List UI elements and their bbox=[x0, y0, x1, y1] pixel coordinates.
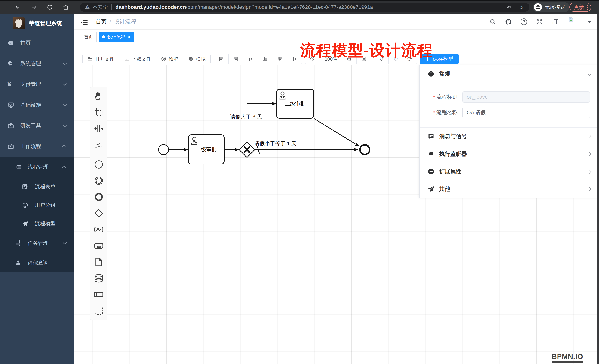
palette-divider bbox=[92, 155, 105, 155]
browser-menu-icon[interactable] bbox=[587, 5, 588, 10]
align-bottom-button[interactable] bbox=[258, 54, 272, 64]
section-execution-listener[interactable]: 执行监听器 bbox=[420, 145, 599, 163]
undo-button[interactable]: ↺ bbox=[375, 54, 389, 64]
browser-reload-icon[interactable] bbox=[47, 4, 53, 10]
update-label[interactable]: 更新 bbox=[574, 4, 584, 11]
info-icon bbox=[428, 71, 434, 77]
section-message-signal[interactable]: 消息与信号 bbox=[420, 128, 599, 145]
plus-circle-icon bbox=[428, 168, 434, 175]
search-icon[interactable] bbox=[489, 18, 496, 25]
zoom-in-icon bbox=[346, 56, 352, 62]
sidebar-item-payment[interactable]: 支付管理 bbox=[0, 74, 74, 95]
browser-forward-icon[interactable] bbox=[31, 4, 37, 10]
create-data-object[interactable] bbox=[90, 254, 107, 270]
process-key-input[interactable] bbox=[462, 92, 590, 102]
incognito-badge: 无痕模式 bbox=[533, 2, 569, 12]
bpmn-canvas[interactable]: 一级审批 二级审批 请假大于 3 天 请假小于等于 1 天 bbox=[74, 44, 599, 364]
create-participant[interactable] bbox=[90, 286, 107, 303]
restart-button[interactable]: ⟳ bbox=[403, 54, 417, 64]
window-scrollbar-edge[interactable] bbox=[597, 14, 599, 364]
global-connect-tool[interactable] bbox=[90, 137, 107, 153]
sidebar-item-process-model[interactable]: 流程模型 bbox=[0, 214, 74, 233]
sidebar-item-task-mgmt[interactable]: 任务管理 bbox=[0, 233, 74, 254]
create-user-task[interactable] bbox=[90, 221, 107, 238]
page: ! 不安全 dashboard.yudao.iocoder.cn/bpm/man… bbox=[0, 0, 599, 364]
monitor-icon bbox=[7, 102, 14, 108]
sidebar-item-infrastructure[interactable]: 基础设施 bbox=[0, 95, 74, 115]
zoom-in-button[interactable] bbox=[342, 54, 356, 64]
avatar-dropdown-caret[interactable] bbox=[587, 20, 592, 23]
avatar[interactable] bbox=[567, 16, 579, 28]
sidebar-item-process-form[interactable]: 流程表单 bbox=[0, 177, 74, 196]
flow-condition-label[interactable]: 请假大于 3 天 bbox=[230, 113, 262, 120]
password-key-icon[interactable] bbox=[506, 4, 512, 11]
zoom-level[interactable]: 100% bbox=[320, 54, 342, 64]
save-model-button[interactable]: 保存模型 bbox=[420, 54, 458, 64]
browser-home-icon[interactable] bbox=[62, 4, 69, 10]
create-group[interactable] bbox=[90, 303, 107, 319]
bookmark-star-icon[interactable]: ☆ bbox=[518, 4, 525, 10]
download-file-button[interactable]: 下载文件 bbox=[119, 54, 156, 64]
start-event[interactable] bbox=[159, 145, 168, 155]
tab-home[interactable]: 首页 bbox=[81, 32, 97, 42]
breadcrumb-home[interactable]: 首页 bbox=[96, 18, 106, 25]
create-start-event[interactable] bbox=[90, 156, 107, 173]
help-icon[interactable] bbox=[520, 18, 528, 25]
create-intermediate-event[interactable] bbox=[90, 173, 107, 189]
url-bar[interactable]: ! 不安全 dashboard.yudao.iocoder.cn/bpm/man… bbox=[80, 3, 529, 12]
simulate-button[interactable]: 模拟 bbox=[183, 54, 210, 64]
sidebar-item-user-group[interactable]: 用户分组 bbox=[0, 196, 74, 214]
fullscreen-icon[interactable] bbox=[536, 18, 543, 25]
exclusive-gateway[interactable] bbox=[239, 142, 255, 157]
preview-button[interactable]: 预览 bbox=[156, 54, 183, 64]
incognito-icon bbox=[534, 3, 542, 11]
github-icon[interactable] bbox=[505, 18, 512, 25]
fit-viewport-button[interactable] bbox=[356, 54, 371, 64]
process-name-row: *流程名称 bbox=[420, 106, 599, 119]
section-other[interactable]: 其他 bbox=[420, 180, 599, 198]
align-right-button[interactable] bbox=[229, 54, 243, 64]
sidebar-item-process-mgmt[interactable]: 流程管理 bbox=[0, 157, 74, 177]
file-button-group: 打开文件 下载文件 预览 模拟 bbox=[82, 54, 211, 64]
space-tool[interactable] bbox=[90, 121, 107, 137]
create-end-event[interactable] bbox=[90, 189, 107, 205]
sidebar-item-devtools[interactable]: 研发工具 bbox=[0, 115, 74, 136]
flow-condition-label[interactable]: 请假小于等于 1 天 bbox=[254, 140, 296, 147]
sidebar-logo-row[interactable]: 芋道管理系统 bbox=[0, 14, 74, 33]
sidebar-item-label: 首页 bbox=[20, 39, 66, 46]
bpmn-io-logo[interactable]: BPMN.iO bbox=[552, 353, 583, 363]
end-event[interactable] bbox=[360, 145, 370, 154]
dashboard-icon bbox=[7, 40, 14, 46]
create-data-store[interactable] bbox=[90, 270, 107, 286]
sidebar-item-home[interactable]: 首页 bbox=[0, 33, 74, 53]
font-size-icon[interactable] bbox=[551, 18, 559, 25]
process-name-input[interactable] bbox=[462, 107, 590, 118]
open-file-button[interactable]: 打开文件 bbox=[82, 54, 119, 64]
sidebar-item-workflow[interactable]: 工作流程 bbox=[0, 136, 74, 157]
browser-back-icon[interactable] bbox=[14, 4, 21, 10]
create-subprocess[interactable] bbox=[90, 238, 107, 254]
sidebar-item-system[interactable]: 系统管理 bbox=[0, 53, 74, 74]
lasso-tool[interactable] bbox=[90, 104, 107, 121]
section-title: 其他 bbox=[439, 185, 588, 193]
user-task-first-approval[interactable]: 一级审批 bbox=[188, 134, 225, 164]
browser-update-button[interactable]: 更新 bbox=[569, 3, 591, 12]
align-left-button[interactable] bbox=[214, 54, 229, 64]
zoom-out-button[interactable] bbox=[305, 54, 320, 64]
align-center-vertical-button[interactable] bbox=[272, 54, 287, 64]
align-top-button[interactable] bbox=[243, 54, 258, 64]
align-center-horizontal-button[interactable] bbox=[287, 54, 301, 64]
create-exclusive-gateway[interactable] bbox=[90, 205, 107, 221]
sidebar-item-leave-query[interactable]: 请假查询 bbox=[0, 254, 74, 272]
sidebar-fold-icon[interactable] bbox=[81, 19, 88, 25]
app-title: 芋道管理系统 bbox=[29, 20, 62, 27]
redo-button[interactable]: ↻ bbox=[388, 54, 403, 64]
hand-tool[interactable] bbox=[90, 88, 107, 104]
user-task-second-approval[interactable]: 二级审批 bbox=[276, 89, 314, 119]
section-general[interactable]: 常规 bbox=[420, 65, 599, 83]
bell-icon bbox=[428, 151, 434, 157]
tab-design-process[interactable]: 设计流程 × bbox=[99, 32, 133, 42]
tab-close-icon[interactable]: × bbox=[128, 34, 130, 40]
security-label[interactable]: 不安全 bbox=[92, 4, 108, 11]
section-extended-properties[interactable]: 扩展属性 bbox=[420, 163, 599, 180]
